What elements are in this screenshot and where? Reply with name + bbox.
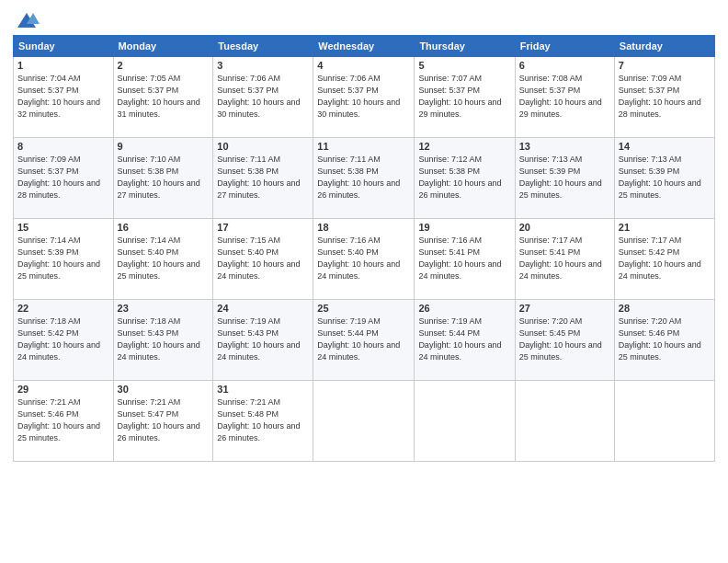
day-info: Sunrise: 7:20 AMSunset: 5:46 PMDaylight:… (619, 316, 701, 362)
calendar-cell: 23 Sunrise: 7:18 AMSunset: 5:43 PMDaylig… (113, 300, 213, 381)
day-info: Sunrise: 7:13 AMSunset: 5:39 PMDaylight:… (519, 155, 602, 200)
calendar-cell: 1 Sunrise: 7:04 AMSunset: 5:37 PMDayligh… (14, 57, 114, 138)
day-info: Sunrise: 7:07 AMSunset: 5:37 PMDaylight:… (418, 74, 501, 119)
day-info: Sunrise: 7:19 AMSunset: 5:44 PMDaylight:… (317, 316, 400, 362)
calendar-cell: 28 Sunrise: 7:20 AMSunset: 5:46 PMDaylig… (614, 300, 714, 381)
calendar-header-saturday: Saturday (614, 36, 714, 57)
calendar-cell: 6 Sunrise: 7:08 AMSunset: 5:37 PMDayligh… (515, 57, 614, 138)
calendar-cell: 24 Sunrise: 7:19 AMSunset: 5:43 PMDaylig… (213, 300, 313, 381)
calendar-cell: 29 Sunrise: 7:21 AMSunset: 5:46 PMDaylig… (14, 381, 114, 462)
day-info: Sunrise: 7:14 AMSunset: 5:39 PMDaylight:… (17, 236, 100, 281)
day-info: Sunrise: 7:16 AMSunset: 5:41 PMDaylight:… (418, 236, 501, 281)
calendar-cell: 20 Sunrise: 7:17 AMSunset: 5:41 PMDaylig… (515, 219, 614, 300)
day-number: 26 (418, 303, 510, 314)
day-number: 4 (317, 60, 410, 71)
day-info: Sunrise: 7:10 AMSunset: 5:38 PMDaylight:… (118, 155, 200, 200)
calendar-cell: 13 Sunrise: 7:13 AMSunset: 5:39 PMDaylig… (515, 138, 614, 219)
calendar-cell: 31 Sunrise: 7:21 AMSunset: 5:48 PMDaylig… (213, 381, 313, 462)
header (13, 9, 715, 29)
calendar-cell: 30 Sunrise: 7:21 AMSunset: 5:47 PMDaylig… (113, 381, 213, 462)
day-number: 31 (217, 384, 309, 395)
day-number: 20 (519, 222, 610, 233)
day-info: Sunrise: 7:19 AMSunset: 5:43 PMDaylight:… (217, 316, 300, 362)
calendar-cell: 2 Sunrise: 7:05 AMSunset: 5:37 PMDayligh… (113, 57, 213, 138)
calendar-cell: 12 Sunrise: 7:12 AMSunset: 5:38 PMDaylig… (415, 138, 515, 219)
calendar-header-friday: Friday (515, 36, 614, 57)
day-number: 13 (519, 141, 610, 152)
day-number: 8 (17, 141, 109, 152)
day-info: Sunrise: 7:13 AMSunset: 5:39 PMDaylight:… (619, 155, 701, 200)
calendar-cell: 9 Sunrise: 7:10 AMSunset: 5:38 PMDayligh… (113, 138, 213, 219)
calendar-table: SundayMondayTuesdayWednesdayThursdayFrid… (13, 35, 715, 462)
day-number: 18 (317, 222, 410, 233)
calendar-header-row: SundayMondayTuesdayWednesdayThursdayFrid… (14, 36, 715, 57)
calendar-cell: 26 Sunrise: 7:19 AMSunset: 5:44 PMDaylig… (415, 300, 515, 381)
day-number: 11 (317, 141, 410, 152)
day-info: Sunrise: 7:20 AMSunset: 5:45 PMDaylight:… (519, 316, 602, 362)
calendar-cell: 17 Sunrise: 7:15 AMSunset: 5:40 PMDaylig… (213, 219, 313, 300)
calendar-cell (614, 381, 714, 462)
calendar-cell (515, 381, 614, 462)
day-info: Sunrise: 7:06 AMSunset: 5:37 PMDaylight:… (217, 74, 300, 119)
day-number: 6 (519, 60, 610, 71)
day-number: 1 (17, 60, 109, 71)
day-number: 22 (17, 303, 109, 314)
calendar-header-wednesday: Wednesday (313, 36, 415, 57)
day-number: 10 (217, 141, 309, 152)
day-number: 14 (619, 141, 711, 152)
calendar-cell: 11 Sunrise: 7:11 AMSunset: 5:38 PMDaylig… (313, 138, 415, 219)
calendar-cell: 5 Sunrise: 7:07 AMSunset: 5:37 PMDayligh… (415, 57, 515, 138)
day-number: 17 (217, 222, 309, 233)
calendar-cell: 22 Sunrise: 7:18 AMSunset: 5:42 PMDaylig… (14, 300, 114, 381)
calendar-cell: 15 Sunrise: 7:14 AMSunset: 5:39 PMDaylig… (14, 219, 114, 300)
calendar-cell: 18 Sunrise: 7:16 AMSunset: 5:40 PMDaylig… (313, 219, 415, 300)
day-number: 23 (118, 303, 210, 314)
calendar-cell: 4 Sunrise: 7:06 AMSunset: 5:37 PMDayligh… (313, 57, 415, 138)
day-number: 27 (519, 303, 610, 314)
day-info: Sunrise: 7:17 AMSunset: 5:41 PMDaylight:… (519, 236, 602, 281)
day-info: Sunrise: 7:21 AMSunset: 5:48 PMDaylight:… (217, 397, 300, 442)
day-info: Sunrise: 7:21 AMSunset: 5:46 PMDaylight:… (17, 397, 100, 442)
calendar-week-2: 8 Sunrise: 7:09 AMSunset: 5:37 PMDayligh… (14, 138, 715, 219)
calendar-header-thursday: Thursday (415, 36, 515, 57)
day-number: 30 (118, 384, 210, 395)
day-number: 24 (217, 303, 309, 314)
day-number: 15 (17, 222, 109, 233)
day-info: Sunrise: 7:18 AMSunset: 5:43 PMDaylight:… (118, 316, 200, 362)
day-info: Sunrise: 7:05 AMSunset: 5:37 PMDaylight:… (118, 74, 200, 119)
logo-icon (13, 11, 40, 29)
calendar-cell: 14 Sunrise: 7:13 AMSunset: 5:39 PMDaylig… (614, 138, 714, 219)
day-info: Sunrise: 7:09 AMSunset: 5:37 PMDaylight:… (619, 74, 701, 119)
day-info: Sunrise: 7:14 AMSunset: 5:40 PMDaylight:… (118, 236, 200, 281)
calendar-cell (313, 381, 415, 462)
day-number: 25 (317, 303, 410, 314)
calendar-week-5: 29 Sunrise: 7:21 AMSunset: 5:46 PMDaylig… (14, 381, 715, 462)
day-info: Sunrise: 7:04 AMSunset: 5:37 PMDaylight:… (17, 74, 100, 119)
calendar-cell: 27 Sunrise: 7:20 AMSunset: 5:45 PMDaylig… (515, 300, 614, 381)
calendar-week-1: 1 Sunrise: 7:04 AMSunset: 5:37 PMDayligh… (14, 57, 715, 138)
day-number: 21 (619, 222, 711, 233)
day-info: Sunrise: 7:12 AMSunset: 5:38 PMDaylight:… (418, 155, 501, 200)
calendar-cell: 16 Sunrise: 7:14 AMSunset: 5:40 PMDaylig… (113, 219, 213, 300)
calendar-header-monday: Monday (113, 36, 213, 57)
day-number: 3 (217, 60, 309, 71)
day-info: Sunrise: 7:11 AMSunset: 5:38 PMDaylight:… (217, 155, 300, 200)
calendar-week-4: 22 Sunrise: 7:18 AMSunset: 5:42 PMDaylig… (14, 300, 715, 381)
calendar-cell: 7 Sunrise: 7:09 AMSunset: 5:37 PMDayligh… (614, 57, 714, 138)
calendar-week-3: 15 Sunrise: 7:14 AMSunset: 5:39 PMDaylig… (14, 219, 715, 300)
calendar-cell: 25 Sunrise: 7:19 AMSunset: 5:44 PMDaylig… (313, 300, 415, 381)
day-info: Sunrise: 7:09 AMSunset: 5:37 PMDaylight:… (17, 155, 100, 200)
calendar-cell: 19 Sunrise: 7:16 AMSunset: 5:41 PMDaylig… (415, 219, 515, 300)
day-info: Sunrise: 7:17 AMSunset: 5:42 PMDaylight:… (619, 236, 701, 281)
day-number: 28 (619, 303, 711, 314)
calendar-header-tuesday: Tuesday (213, 36, 313, 57)
day-info: Sunrise: 7:16 AMSunset: 5:40 PMDaylight:… (317, 236, 400, 281)
day-number: 2 (118, 60, 210, 71)
day-number: 7 (619, 60, 711, 71)
day-info: Sunrise: 7:19 AMSunset: 5:44 PMDaylight:… (418, 316, 501, 362)
calendar-header-sunday: Sunday (14, 36, 114, 57)
day-info: Sunrise: 7:18 AMSunset: 5:42 PMDaylight:… (17, 316, 100, 362)
day-number: 19 (418, 222, 510, 233)
calendar-cell: 8 Sunrise: 7:09 AMSunset: 5:37 PMDayligh… (14, 138, 114, 219)
day-number: 29 (17, 384, 109, 395)
